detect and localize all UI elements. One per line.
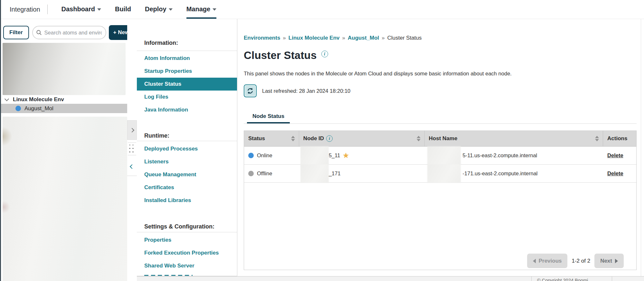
redacted-tree-content <box>3 43 126 95</box>
atom-subnav: Information: Atom Information Startup Pr… <box>137 19 237 276</box>
section-title-runtime: Runtime: <box>144 132 169 139</box>
column-label: Actions <box>607 135 627 142</box>
footer: © Copyright 2024 Boomi <box>137 276 644 281</box>
section-title-information: Information: <box>144 40 178 46</box>
column-header-status[interactable]: Status <box>244 131 299 146</box>
breadcrumb-atom[interactable]: August_Mol <box>348 35 379 41</box>
breadcrumb-separator: » <box>382 35 384 41</box>
status-label: Offline <box>257 170 272 177</box>
table-row: Offline _171 -171.us-east-2.compute.inte… <box>244 165 636 183</box>
copyright-text: © Copyright 2024 Boomi <box>537 278 588 281</box>
product-name: Integration <box>10 6 40 13</box>
arrow-right-icon <box>615 259 618 263</box>
chevron-down-icon <box>97 8 101 11</box>
section-rule <box>137 51 237 51</box>
subnav-item-atom-information[interactable]: Atom Information <box>137 52 237 65</box>
section-rule <box>137 141 237 141</box>
atom-label: August_Mol <box>24 105 53 112</box>
table-header: Status Node ID i Host Name Actions <box>244 131 636 147</box>
environment-label: Linux Molecule Env <box>13 96 64 103</box>
sort-icon[interactable] <box>291 136 295 141</box>
redacted-node-id <box>300 146 329 165</box>
subnav-item-deployed-processes[interactable]: Deployed Processes <box>137 142 237 155</box>
node-id-text: _171 <box>329 170 341 177</box>
subnav-item-cluster-status[interactable]: Cluster Status <box>137 78 237 91</box>
filter-button[interactable]: Filter <box>3 26 29 39</box>
node-id-text: 5_11 <box>329 152 340 159</box>
previous-label: Previous <box>539 258 562 264</box>
host-name-text: -171.us-east-2.compute.internal <box>463 170 538 177</box>
section-title-settings: Settings & Configuration: <box>144 223 214 230</box>
tree-item-atom-selected[interactable]: August_Mol <box>1 104 127 113</box>
status-dot-offline <box>248 171 254 176</box>
nav-item-label: Deploy <box>145 5 166 13</box>
breadcrumb-environment[interactable]: Linux Molecule Env <box>289 35 340 41</box>
tab-node-status[interactable]: Node Status <box>247 113 290 123</box>
column-label: Status <box>248 135 265 142</box>
redacted-node-id <box>300 164 329 183</box>
refresh-button[interactable] <box>244 84 257 97</box>
breadcrumb-environments[interactable]: Environments <box>244 35 280 41</box>
tab-bar: Node Status <box>244 113 637 124</box>
subnav-item-queue-management[interactable]: Queue Management <box>137 168 237 181</box>
chevron-down-icon <box>169 8 173 11</box>
drag-grip-handle[interactable] <box>128 142 136 155</box>
nav-divider <box>47 5 48 14</box>
footer-divider <box>612 276 612 281</box>
delete-link[interactable]: Delete <box>607 152 623 159</box>
redacted-host-name <box>427 164 461 183</box>
subnav-item-installed-libraries[interactable]: Installed Libraries <box>137 194 237 207</box>
next-label: Next <box>600 258 612 264</box>
next-page-button[interactable]: Next <box>594 254 624 268</box>
tree-item-environment[interactable]: Linux Molecule Env <box>1 95 127 104</box>
sort-icon[interactable] <box>595 136 599 141</box>
delete-link[interactable]: Delete <box>607 170 623 177</box>
nav-item-deploy[interactable]: Deploy <box>145 0 173 19</box>
info-icon[interactable]: i <box>326 135 333 142</box>
nav-item-manage[interactable]: Manage <box>186 0 216 19</box>
column-label: Host Name <box>429 135 458 142</box>
chevron-right-icon <box>130 128 134 132</box>
nav-item-label: Manage <box>186 5 210 13</box>
redacted-host-name <box>427 146 461 165</box>
breadcrumb: Environments » Linux Molecule Env » Augu… <box>244 35 422 41</box>
previous-page-button[interactable]: Previous <box>527 254 568 268</box>
search-field[interactable] <box>32 26 106 39</box>
info-icon[interactable]: i <box>321 51 328 57</box>
subnav-item-listeners[interactable]: Listeners <box>137 155 237 168</box>
nav-item-dashboard[interactable]: Dashboard <box>62 0 101 19</box>
subnav-item-startup-properties[interactable]: Startup Properties <box>137 65 237 78</box>
runtime-links: Deployed Processes Listeners Queue Manag… <box>137 142 237 207</box>
atom-status-dot <box>15 106 21 111</box>
breadcrumb-separator: » <box>342 35 345 41</box>
nav-item-build[interactable]: Build <box>115 0 131 19</box>
subnav-item-forked-execution-properties[interactable]: Forked Execution Properties <box>137 247 237 259</box>
subnav-item-shared-web-server[interactable]: Shared Web Server <box>137 259 237 272</box>
breadcrumb-current: Cluster Status <box>387 35 422 41</box>
refresh-icon <box>247 87 254 94</box>
column-header-node-id[interactable]: Node ID i <box>299 131 425 146</box>
main-content: Environments » Linux Molecule Env » Augu… <box>238 19 644 276</box>
search-icon <box>36 30 42 35</box>
host-name-text: 5-11.us-east-2.compute.internal <box>463 152 537 159</box>
subnav-item-certificates[interactable]: Certificates <box>137 181 237 194</box>
collapse-panel-handle[interactable] <box>127 157 137 176</box>
top-nav: Integration Dashboard Build Deploy Manag… <box>0 0 644 19</box>
search-input[interactable] <box>44 30 102 36</box>
subnav-item-log-files[interactable]: Log Files <box>137 91 237 103</box>
filter-row: Filter + New <box>3 25 134 40</box>
chevron-left-icon <box>130 164 134 169</box>
expand-panel-handle[interactable] <box>127 120 137 140</box>
column-label: Node ID <box>303 135 324 142</box>
subnav-item-properties[interactable]: Properties <box>137 234 237 247</box>
column-header-host-name[interactable]: Host Name <box>425 131 603 146</box>
tab-rule <box>244 123 637 124</box>
last-refreshed-label: Last refreshed: 28 Jan 2024 18:20:10 <box>262 88 350 94</box>
sort-icon[interactable] <box>417 136 421 141</box>
table-row: Online 5_11 ★ 5-11.us-east-2.compute.int… <box>244 147 636 165</box>
status-label: Online <box>257 152 272 159</box>
node-status-panel: Status Node ID i Host Name Actions Onlin… <box>244 131 637 270</box>
subnav-item-java-information[interactable]: Java Information <box>137 103 237 116</box>
settings-links: Properties Forked Execution Properties S… <box>137 234 237 272</box>
section-rule <box>137 232 237 232</box>
